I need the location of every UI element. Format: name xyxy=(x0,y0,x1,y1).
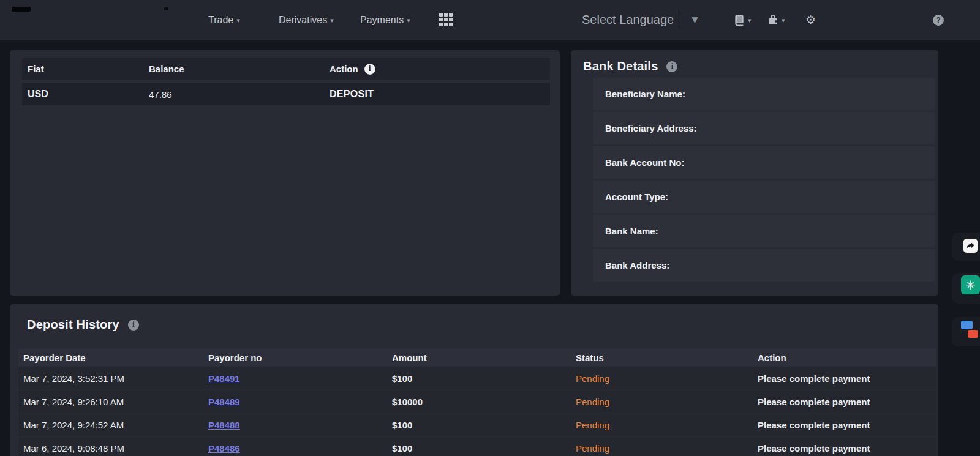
payorder-date: Mar 7, 2024, 9:24:52 AM xyxy=(18,420,203,430)
gear-icon: ⚙ xyxy=(805,14,816,26)
help-button[interactable]: ? xyxy=(933,0,944,40)
amount-cell: $100 xyxy=(387,443,571,454)
chatgpt-icon: ✳ xyxy=(965,278,976,293)
payorder-date: Mar 7, 2024, 3:52:31 PM xyxy=(18,373,203,384)
balance-col-header: Balance xyxy=(143,64,324,74)
language-selector[interactable]: Select Language xyxy=(582,0,674,40)
deposit-button[interactable]: DEPOSIT xyxy=(330,89,374,100)
bank-detail-field: Beneficiary Address: xyxy=(593,112,935,144)
share-arrow-icon xyxy=(965,241,976,251)
nav-menu-payments[interactable]: Payments ▾ xyxy=(360,0,410,40)
fiat-table-header: Fiat Balance Action i xyxy=(22,58,550,80)
bank-detail-label: Account Type: xyxy=(605,192,668,202)
action-message: Please complete payment xyxy=(753,373,936,384)
action-message: Please complete payment xyxy=(753,397,936,407)
bank-detail-field: Bank Address: xyxy=(593,249,935,282)
history-col-header: Payorder Date xyxy=(18,353,203,363)
payorder-link[interactable]: P48488 xyxy=(208,420,240,430)
fiat-col-header: Fiat xyxy=(22,64,143,74)
bank-detail-field: Bank Name: xyxy=(593,215,935,247)
bank-details-panel: Bank Details i Beneficiary Name:Benefici… xyxy=(571,50,938,296)
payorder-no-cell: P48486 xyxy=(203,443,387,454)
chatgpt-extension-button[interactable]: ✳ xyxy=(961,275,980,294)
info-icon[interactable]: i xyxy=(666,61,677,72)
amount-cell: $100 xyxy=(387,420,571,430)
fiat-balance-panel: Fiat Balance Action i USD 47.86 DEPOSIT xyxy=(10,50,560,296)
history-col-header: Payorder no xyxy=(203,353,387,363)
orders-book-button[interactable]: ▾ xyxy=(733,0,752,40)
bank-detail-field: Account Type: xyxy=(593,181,935,213)
bank-detail-label: Beneficiary Address: xyxy=(605,123,697,133)
amount-cell: $10000 xyxy=(387,397,571,407)
bank-detail-label: Bank Account No: xyxy=(605,157,684,168)
action-col-header-label: Action xyxy=(330,64,358,74)
status-badge: Pending xyxy=(571,443,753,454)
nav-menu-payments-label: Payments xyxy=(360,15,404,26)
chevron-down-icon: ▾ xyxy=(407,17,410,24)
payorder-no-cell: P48488 xyxy=(203,420,387,430)
fiat-balance: 47.86 xyxy=(143,89,324,100)
payorder-link[interactable]: P48486 xyxy=(208,443,240,454)
deposit-history-title: Deposit History xyxy=(27,318,119,332)
payorder-link[interactable]: P48491 xyxy=(208,373,240,384)
status-badge: Pending xyxy=(571,420,753,430)
status-badge: Pending xyxy=(571,397,753,407)
chat-bubble-blue-icon xyxy=(961,321,973,329)
logo-mark xyxy=(164,7,168,10)
bank-detail-label: Bank Address: xyxy=(605,260,669,271)
chevron-down-icon: ▾ xyxy=(748,17,752,24)
table-row: USD 47.86 DEPOSIT xyxy=(22,83,550,105)
table-row: Mar 6, 2024, 9:08:48 PMP48486$100Pending… xyxy=(18,437,936,456)
settings-button[interactable]: ⚙ xyxy=(805,0,816,40)
table-row: Mar 7, 2024, 9:24:52 AMP48488$100Pending… xyxy=(18,414,936,436)
history-col-header: Status xyxy=(571,353,753,363)
bank-detail-label: Beneficiary Name: xyxy=(605,89,685,99)
chat-bubble-red-icon xyxy=(968,330,978,338)
language-dropdown-icon[interactable]: ▼ xyxy=(690,0,700,40)
chat-extension-button[interactable] xyxy=(961,321,978,338)
bank-details-title: Bank Details xyxy=(583,59,658,73)
chevron-down-icon: ▾ xyxy=(330,17,334,24)
action-col-header: Action i xyxy=(324,64,550,75)
apps-grid-icon[interactable] xyxy=(439,13,454,28)
bank-detail-field: Bank Account No: xyxy=(593,146,935,179)
deposit-table-body: Mar 7, 2024, 3:52:31 PMP48491$100Pending… xyxy=(18,366,936,456)
divider xyxy=(680,12,680,28)
bank-detail-field: Beneficiary Name: xyxy=(593,78,935,110)
table-row: Mar 7, 2024, 3:52:31 PMP48491$100Pending… xyxy=(18,367,936,389)
history-col-header: Amount xyxy=(387,353,571,363)
nav-menu-derivatives-label: Derivatives xyxy=(279,15,327,26)
logo[interactable] xyxy=(12,7,31,12)
history-col-header: Action xyxy=(753,353,936,363)
bank-fields: Beneficiary Name:Beneficiary Address:Ban… xyxy=(593,78,935,282)
payorder-no-cell: P48489 xyxy=(203,397,387,407)
nav-menu-trade-label: Trade xyxy=(208,15,233,26)
status-badge: Pending xyxy=(571,373,753,384)
nav-menu-trade[interactable]: Trade ▾ xyxy=(208,0,240,40)
help-icon: ? xyxy=(933,15,944,26)
payorder-date: Mar 6, 2024, 9:08:48 PM xyxy=(18,443,203,454)
book-icon xyxy=(733,14,745,26)
wallet-lock-button[interactable]: ▾ xyxy=(767,0,785,40)
info-icon[interactable]: i xyxy=(364,64,375,75)
info-icon[interactable]: i xyxy=(128,320,139,331)
deposit-history-panel: Deposit History i Payorder DatePayorder … xyxy=(10,304,938,456)
bank-detail-label: Bank Name: xyxy=(605,226,658,236)
action-message: Please complete payment xyxy=(753,420,936,430)
payorder-link[interactable]: P48489 xyxy=(208,397,240,407)
nav-menu-derivatives[interactable]: Derivatives ▾ xyxy=(279,0,334,40)
chevron-down-icon: ▾ xyxy=(236,17,240,24)
share-extension-button[interactable] xyxy=(962,237,979,254)
wallet-lock-icon xyxy=(767,13,779,26)
table-row: Mar 7, 2024, 9:26:10 AMP48489$10000Pendi… xyxy=(18,391,936,413)
chevron-down-icon: ▾ xyxy=(782,17,785,24)
deposit-table-header: Payorder DatePayorder noAmountStatusActi… xyxy=(18,349,936,366)
payorder-date: Mar 7, 2024, 9:26:10 AM xyxy=(18,397,203,407)
payorder-no-cell: P48491 xyxy=(203,373,387,384)
top-navbar: Trade ▾ Derivatives ▾ Payments ▾ Select … xyxy=(0,0,980,40)
fiat-currency: USD xyxy=(22,89,143,100)
action-message: Please complete payment xyxy=(753,443,936,454)
amount-cell: $100 xyxy=(387,373,571,384)
